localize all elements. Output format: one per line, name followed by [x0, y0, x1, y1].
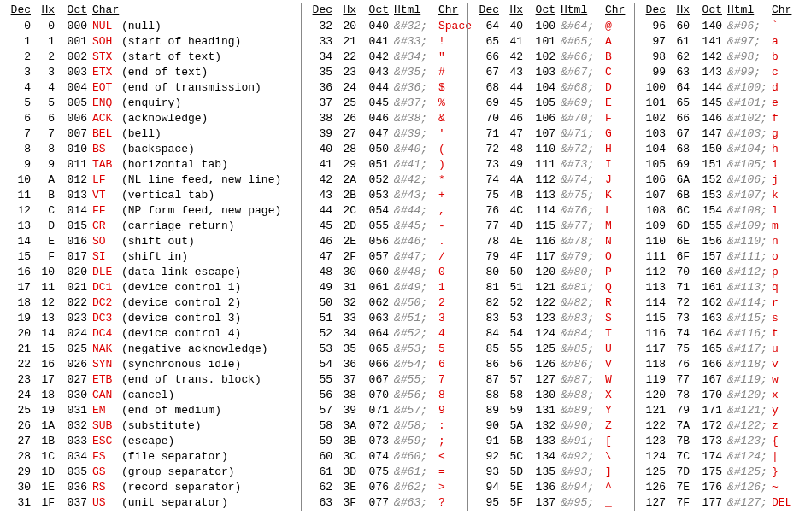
- cell-hx: 4C: [504, 203, 526, 219]
- cell-hx: 38: [338, 388, 360, 403]
- cell-dec: 25: [5, 403, 36, 418]
- cell-hx: 52: [504, 295, 526, 311]
- cell-html: &#88;: [561, 388, 605, 403]
- table-row: 6642102&#66;B: [473, 50, 631, 65]
- cell-hx: 43: [504, 65, 526, 80]
- cell-oct: 147: [693, 126, 727, 142]
- cell-hx: 6A: [671, 172, 693, 188]
- cell-dec: 82: [473, 295, 504, 311]
- cell-hx: 39: [338, 403, 360, 418]
- cell-sym: DC4: [92, 326, 121, 342]
- cell-dec: 65: [473, 34, 504, 50]
- cell-dec: 97: [640, 34, 671, 50]
- cell-chr: f: [772, 111, 797, 126]
- cell-hx: 6: [36, 111, 58, 126]
- cell-desc: (device control 2): [121, 295, 297, 311]
- cell-oct: 047: [360, 126, 394, 142]
- cell-chr: >: [438, 480, 464, 495]
- cell-dec: 57: [307, 403, 338, 418]
- cell-hx: 4A: [504, 172, 526, 188]
- cell-oct: 103: [526, 65, 561, 80]
- cell-dec: 79: [473, 249, 504, 265]
- cell-html: &#124;: [727, 449, 772, 465]
- hdr-oct: Oct: [526, 3, 561, 16]
- cell-hx: 25: [338, 96, 360, 111]
- table-row: 744A112&#74;J: [473, 172, 631, 188]
- table-row: 77007BEL(bell): [5, 126, 297, 142]
- cell-oct: 042: [360, 50, 394, 65]
- cell-dec: 127: [640, 495, 671, 511]
- cell-dec: 41: [307, 157, 338, 172]
- cell-hx: 32: [338, 295, 360, 311]
- cell-hx: 64: [671, 80, 693, 96]
- cell-desc: (shift out): [121, 234, 297, 249]
- cell-oct: 104: [526, 80, 561, 96]
- cell-hx: F: [36, 249, 58, 265]
- cell-hx: 19: [36, 403, 58, 418]
- cell-chr: %: [438, 96, 464, 111]
- hdr-hx: Hx: [504, 3, 526, 16]
- table-row: 1227A172&#122;z: [640, 418, 797, 434]
- cell-html: &#78;: [561, 234, 605, 249]
- cell-desc: (synchronous idle): [121, 357, 297, 372]
- cell-hx: 30: [338, 265, 360, 280]
- cell-dec: 118: [640, 357, 671, 372]
- cell-hx: 29: [338, 157, 360, 172]
- cell-hx: 65: [671, 96, 693, 111]
- table-row: 613D075&#61;=: [307, 465, 464, 480]
- cell-chr: 0: [438, 265, 464, 280]
- cell-oct: 017: [58, 249, 92, 265]
- table-row: 432B053&#43;+: [307, 188, 464, 203]
- table-row: 3220040&#32;Space: [307, 19, 464, 34]
- table-row: 6945105&#69;E: [473, 96, 631, 111]
- cell-desc: (backspace): [121, 142, 297, 157]
- cell-hx: 67: [671, 126, 693, 142]
- cell-hx: A: [36, 172, 58, 188]
- cell-oct: 035: [58, 465, 92, 480]
- cell-hx: 59: [504, 403, 526, 418]
- cell-chr: Space: [438, 19, 464, 34]
- cell-oct: 025: [58, 342, 92, 357]
- cell-oct: 122: [526, 295, 561, 311]
- cell-oct: 010: [58, 142, 92, 157]
- cell-dec: 16: [5, 265, 36, 280]
- table-row: 925C134&#92;\: [473, 449, 631, 465]
- cell-html: &#43;: [394, 188, 438, 203]
- cell-hx: 3F: [338, 495, 360, 511]
- cell-hx: 15: [36, 342, 58, 357]
- table-row: 99011TAB(horizontal tab): [5, 157, 297, 172]
- cell-chr: o: [772, 249, 797, 265]
- table-row: 955F137&#95;_: [473, 495, 631, 511]
- table-row: 462E056&#46;.: [307, 234, 464, 249]
- cell-hx: 4D: [504, 219, 526, 234]
- cell-oct: 054: [360, 203, 394, 219]
- cell-oct: 142: [693, 50, 727, 65]
- cell-dec: 2: [5, 50, 36, 65]
- cell-hx: 7A: [671, 418, 693, 434]
- table-row: 5133063&#51;3: [307, 311, 464, 326]
- cell-html: &#125;: [727, 465, 772, 480]
- cell-oct: 170: [693, 388, 727, 403]
- cell-chr: =: [438, 465, 464, 480]
- cell-hx: 6B: [671, 188, 693, 203]
- cell-hx: 36: [338, 357, 360, 372]
- col-printable-32-63: Dec Hx Oct Html Chr 3220040&#32;Space332…: [301, 3, 467, 511]
- cell-hx: 4B: [504, 188, 526, 203]
- cell-chr: n: [772, 234, 797, 249]
- cell-html: &#67;: [561, 65, 605, 80]
- cell-dec: 66: [473, 50, 504, 65]
- cell-html: &#117;: [727, 342, 772, 357]
- hdr-hx: Hx: [36, 3, 58, 16]
- cell-oct: 040: [360, 19, 394, 34]
- cell-chr: D: [605, 80, 631, 96]
- cell-oct: 066: [360, 357, 394, 372]
- cell-dec: 72: [473, 142, 504, 157]
- cell-html: &#48;: [394, 265, 438, 280]
- cell-desc: (device control 1): [121, 280, 297, 295]
- cell-dec: 71: [473, 126, 504, 142]
- cell-hx: 14: [36, 326, 58, 342]
- cell-oct: 045: [360, 96, 394, 111]
- cell-sym: DC3: [92, 311, 121, 326]
- table-row: 472F057&#47;/: [307, 249, 464, 265]
- cell-oct: 105: [526, 96, 561, 111]
